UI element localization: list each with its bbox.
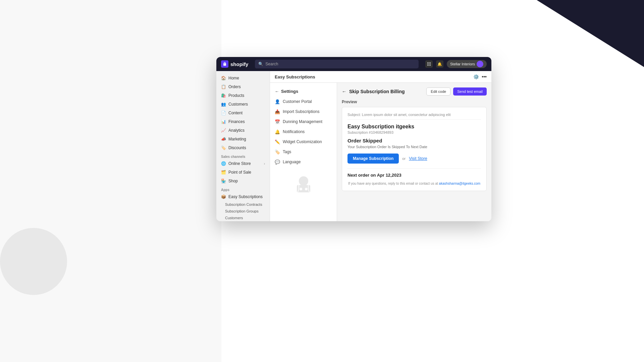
bag-svg xyxy=(222,62,227,66)
tags-label: Tags xyxy=(283,149,291,154)
sidebar-item-marketing[interactable]: 📣 Marketing xyxy=(216,135,270,143)
left-panel xyxy=(0,0,221,362)
settings-nav-tags[interactable]: 🏷️ Tags xyxy=(270,147,337,157)
email-subscription-id: Subscription #10468294893 xyxy=(347,130,481,134)
svg-point-37 xyxy=(300,188,302,190)
bell-icon[interactable]: 🔔 xyxy=(436,60,443,68)
sidebar-sub-contracts[interactable]: Subscription Contracts xyxy=(216,201,270,208)
easy-subs-icon: 📦 xyxy=(221,194,226,199)
customer-portal-icon: 👤 xyxy=(275,99,280,104)
sidebar-online-store-label: Online Store xyxy=(228,161,251,166)
email-next-order: Next order on Apr 12,2023 xyxy=(347,168,481,178)
sidebar-item-finances[interactable]: 📊 Finances xyxy=(216,117,270,126)
svg-rect-34 xyxy=(429,64,431,66)
settings-gear-icon[interactable]: ⚙️ xyxy=(473,74,479,79)
svg-rect-30 xyxy=(223,63,226,66)
more-options-icon[interactable]: ••• xyxy=(482,74,487,79)
shop-icon: 🏪 xyxy=(221,179,226,183)
home-icon: 🏠 xyxy=(221,76,226,80)
sidebar-item-home[interactable]: 🏠 Home xyxy=(216,74,270,82)
shopify-body: 🏠 Home 📋 Orders 🛍️ Products 👥 Customers … xyxy=(216,71,491,221)
notifications-icon: 🔔 xyxy=(275,129,280,134)
search-bar[interactable]: 🔍 Search xyxy=(255,60,419,68)
shopify-bag-icon xyxy=(221,60,228,68)
visit-store-button[interactable]: Visit Store xyxy=(409,156,427,161)
settings-nav-notifications[interactable]: 🔔 Notifications xyxy=(270,127,337,137)
email-contact-text: If you have any questions, reply to this… xyxy=(347,182,481,185)
import-icon: 📥 xyxy=(275,109,280,114)
sidebar-item-pos[interactable]: 🗂️ Point of Sale xyxy=(216,168,270,177)
sidebar-item-analytics[interactable]: 📈 Analytics xyxy=(216,126,270,135)
sidebar-item-products[interactable]: 🛍️ Products xyxy=(216,91,270,100)
settings-content-actions: Edit code Send test email xyxy=(426,87,487,96)
sidebar-pos-label: Point of Sale xyxy=(228,170,251,175)
svg-point-35 xyxy=(299,176,308,186)
main-panel: Easy Subscriptions ⚙️ ••• ← Settings 👤 xyxy=(270,71,491,221)
sidebar-sub-groups[interactable]: Subscription Groups xyxy=(216,208,270,215)
email-contact-link[interactable]: akashsharma@itgeeks.com xyxy=(439,182,481,185)
sidebar-analytics-label: Analytics xyxy=(228,128,245,133)
shopify-window: shopify 🔍 Search 🔔 Stellar Interiors xyxy=(216,57,491,221)
settings-content: ← Skip Subscription Billing Edit code Se… xyxy=(337,83,491,221)
sub-groups-label: Subscription Groups xyxy=(225,209,259,213)
manage-subscription-button[interactable]: Manage Subscription xyxy=(347,154,399,164)
settings-nav-back[interactable]: ← Settings xyxy=(270,86,337,97)
tags-icon: 🏷️ xyxy=(275,149,280,155)
watermark-area xyxy=(270,174,337,194)
edit-code-button[interactable]: Edit code xyxy=(426,87,450,96)
send-test-email-button[interactable]: Send test email xyxy=(453,87,487,96)
email-preview-card: Subject: Lorem ipsum dolor sit amet, con… xyxy=(342,107,487,191)
settings-layout: ← Settings 👤 Customer Portal 📥 Import Su… xyxy=(270,83,491,221)
settings-content-header: ← Skip Subscription Billing Edit code Se… xyxy=(342,87,487,96)
email-brand-name: Easy Subscription itgeeks xyxy=(347,124,481,130)
sidebar-home-label: Home xyxy=(228,76,239,80)
sidebar-item-online-store[interactable]: 🌐 Online Store › xyxy=(216,159,270,168)
language-label: Language xyxy=(283,160,301,164)
sidebar-item-content[interactable]: 📄 Content xyxy=(216,109,270,117)
sidebar-item-discounts[interactable]: 🏷️ Discounts xyxy=(216,143,270,152)
orders-icon: 📋 xyxy=(221,84,226,89)
sidebar-item-easy-subs[interactable]: 📦 Easy Subscriptions xyxy=(216,192,270,201)
grid-svg xyxy=(427,62,431,66)
shopify-text: shopify xyxy=(230,61,248,67)
email-action-buttons: Manage Subscription or Visit Store xyxy=(347,154,481,164)
settings-nav-import[interactable]: 📥 Import Subscriptions xyxy=(270,107,337,117)
store-name-text: Stellar Interiors xyxy=(450,62,475,66)
sidebar-sub-customers[interactable]: Customers xyxy=(216,215,270,221)
settings-nav: ← Settings 👤 Customer Portal 📥 Import Su… xyxy=(270,83,337,221)
sidebar-customers-label: Customers xyxy=(228,102,248,107)
app-header: Easy Subscriptions ⚙️ ••• xyxy=(270,71,491,83)
grid-icon[interactable] xyxy=(425,60,433,68)
settings-nav-language[interactable]: 💬 Language xyxy=(270,157,337,167)
shopify-logo: shopify xyxy=(221,60,248,68)
settings-nav-widget[interactable]: ✏️ Widget Customization xyxy=(270,137,337,147)
store-badge[interactable]: Stellar Interiors xyxy=(447,60,487,68)
widget-icon: ✏️ xyxy=(275,139,280,144)
discounts-icon: 🏷️ xyxy=(221,145,226,150)
language-icon: 💬 xyxy=(275,159,280,165)
sidebar-discounts-label: Discounts xyxy=(228,145,246,150)
email-order-status: Order Skipped xyxy=(347,138,481,143)
back-arrow-icon: ← xyxy=(275,89,279,94)
dunning-label: Dunning Management xyxy=(283,119,322,124)
store-avatar xyxy=(477,61,483,67)
svg-rect-33 xyxy=(427,64,429,66)
sub-contracts-label: Subscription Contracts xyxy=(225,202,262,206)
sidebar-item-shop[interactable]: 🏪 Shop xyxy=(216,177,270,185)
notifications-label: Notifications xyxy=(283,129,305,134)
sub-customers-label: Customers xyxy=(225,216,243,220)
content-icon: 📄 xyxy=(221,111,226,115)
sidebar-item-orders[interactable]: 📋 Orders xyxy=(216,82,270,91)
svg-rect-31 xyxy=(427,62,429,64)
email-subject: Subject: Lorem ipsum dolor sit amet, con… xyxy=(347,113,481,120)
settings-nav-title: Settings xyxy=(281,89,298,94)
sidebar-finances-label: Finances xyxy=(228,119,245,124)
widget-label: Widget Customization xyxy=(283,139,322,144)
sidebar-orders-label: Orders xyxy=(228,84,241,89)
sidebar-item-customers[interactable]: 👥 Customers xyxy=(216,100,270,109)
settings-nav-customer-portal[interactable]: 👤 Customer Portal xyxy=(270,97,337,107)
back-arrow-small: ← xyxy=(342,89,346,94)
products-icon: 🛍️ xyxy=(221,93,226,98)
sidebar-easy-subs-label: Easy Subscriptions xyxy=(228,194,263,199)
settings-nav-dunning[interactable]: 📅 Dunning Management xyxy=(270,117,337,127)
